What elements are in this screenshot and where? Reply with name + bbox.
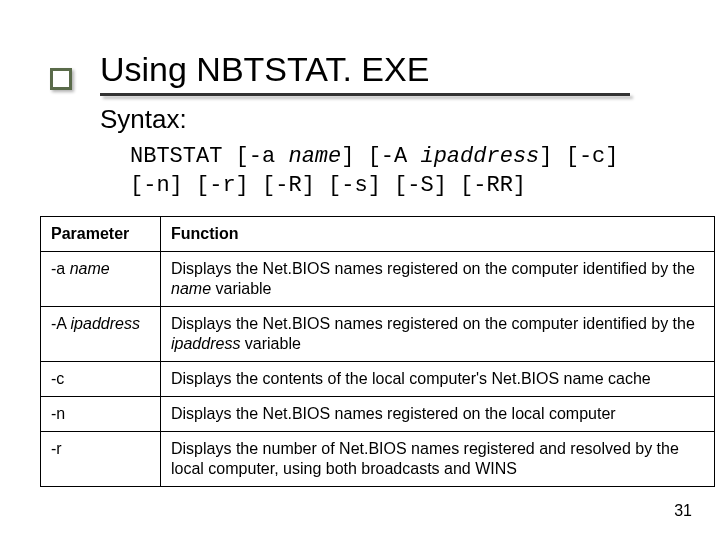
syntax-text: ] [-c] (539, 144, 618, 169)
accent-square-icon (50, 68, 72, 90)
param-cell: -r (41, 432, 161, 487)
param-text: -c (51, 370, 64, 387)
syntax-line-2: [-n] [-r] [-R] [-s] [-S] [-RR] (130, 172, 690, 201)
table-row: -r Displays the number of Net.BIOS names… (41, 432, 715, 487)
syntax-label: Syntax: (100, 104, 690, 135)
syntax-ital: ipaddress (420, 144, 539, 169)
syntax-text: NBTSTAT [-a (130, 144, 288, 169)
param-cell: -a name (41, 252, 161, 307)
title-block: Using NBTSTAT. EXE (100, 50, 690, 96)
func-text: Displays the number of Net.BIOS names re… (171, 440, 679, 477)
func-ital: ipaddress (171, 335, 240, 352)
param-cell: -A ipaddress (41, 307, 161, 362)
table-header-row: Parameter Function (41, 217, 715, 252)
func-cell: Displays the Net.BIOS names registered o… (161, 397, 715, 432)
table-row: -a name Displays the Net.BIOS names regi… (41, 252, 715, 307)
func-text: Displays the contents of the local compu… (171, 370, 651, 387)
table-row: -c Displays the contents of the local co… (41, 362, 715, 397)
header-parameter: Parameter (41, 217, 161, 252)
syntax-ital: name (288, 144, 341, 169)
func-cell: Displays the contents of the local compu… (161, 362, 715, 397)
param-cell: -n (41, 397, 161, 432)
slide: Using NBTSTAT. EXE Syntax: NBTSTAT [-a n… (0, 0, 720, 540)
func-text: variable (240, 335, 300, 352)
func-text: variable (211, 280, 271, 297)
func-cell: Displays the number of Net.BIOS names re… (161, 432, 715, 487)
param-text: -A (51, 315, 71, 332)
param-ital: name (70, 260, 110, 277)
syntax-line-1: NBTSTAT [-a name] [-A ipaddress] [-c] (130, 143, 690, 172)
func-text: Displays the Net.BIOS names registered o… (171, 315, 695, 332)
func-text: Displays the Net.BIOS names registered o… (171, 405, 616, 422)
func-cell: Displays the Net.BIOS names registered o… (161, 307, 715, 362)
page-title: Using NBTSTAT. EXE (100, 50, 690, 89)
param-text: -a (51, 260, 70, 277)
func-ital: name (171, 280, 211, 297)
title-underline (100, 93, 630, 96)
param-text: -n (51, 405, 65, 422)
param-cell: -c (41, 362, 161, 397)
func-cell: Displays the Net.BIOS names registered o… (161, 252, 715, 307)
table-row: -n Displays the Net.BIOS names registere… (41, 397, 715, 432)
param-ital: ipaddress (71, 315, 140, 332)
header-function: Function (161, 217, 715, 252)
param-text: -r (51, 440, 62, 457)
parameter-table: Parameter Function -a name Displays the … (40, 216, 715, 487)
syntax-text: ] [-A (341, 144, 420, 169)
table-row: -A ipaddress Displays the Net.BIOS names… (41, 307, 715, 362)
page-number: 31 (674, 502, 692, 520)
func-text: Displays the Net.BIOS names registered o… (171, 260, 695, 277)
syntax-block: NBTSTAT [-a name] [-A ipaddress] [-c] [-… (130, 143, 690, 200)
